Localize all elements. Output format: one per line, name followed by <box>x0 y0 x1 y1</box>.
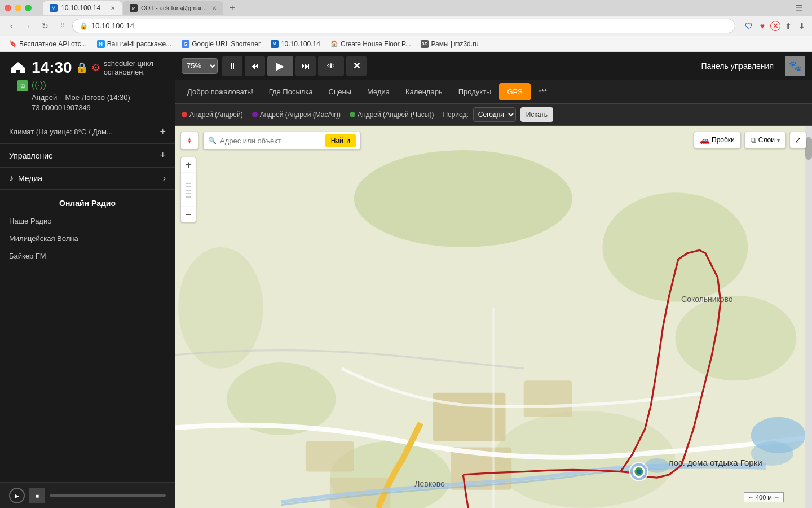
player-bar: ▶ ■ <box>0 483 175 508</box>
bookmark-google[interactable]: G Google URL Shortener <box>177 38 265 50</box>
address-text: 10.10.100.14 <box>91 21 134 30</box>
bookmark-api[interactable]: 🔖 Бесплатное API отс... <box>5 38 91 50</box>
refresh-button[interactable]: ↻ <box>38 19 52 33</box>
traffic-button[interactable]: 🚗 Пробки <box>694 132 741 148</box>
traffic-label: Пробки <box>712 136 735 144</box>
bookmark-label-5: Create House Floor P... <box>341 40 411 48</box>
location-line2: 73.000001907349 <box>32 103 91 112</box>
map-container[interactable]: пос. дома отдыха Горки Сокольниково Левк… <box>175 126 812 508</box>
shield-icon[interactable]: 🛡 <box>743 20 754 32</box>
back-button[interactable]: ‹ <box>5 19 18 33</box>
close-app-button[interactable]: ✕ <box>346 56 367 76</box>
radio-item-2[interactable]: Милицейская Волна <box>0 230 175 247</box>
browser-menu-icon[interactable]: ☰ <box>795 3 803 14</box>
bookmark-mz3d[interactable]: 3D Рамы | mz3d.ru <box>416 38 483 50</box>
climate-plus-icon[interactable]: + <box>160 126 166 138</box>
maximize-traffic-light[interactable] <box>25 5 32 11</box>
svg-point-2 <box>602 192 748 301</box>
media-row[interactable]: ♪ Медиа › <box>0 168 175 190</box>
zoom-tick-marks <box>180 173 196 207</box>
bookmark-house[interactable]: 🏠 Create House Floor P... <box>326 38 416 50</box>
sidebar-header: ⊞ 14:30 🔒 ⚙ scheduler циклостановлен. ((… <box>0 52 175 120</box>
tab-close-1[interactable]: ✕ <box>111 5 115 11</box>
gps-dot-red <box>182 112 187 117</box>
address-field[interactable]: 🔒 10.10.100.14 <box>72 19 735 33</box>
period-select[interactable]: Сегодня Вчера Неделя <box>473 107 516 122</box>
gps-dot-green <box>350 112 355 117</box>
climate-label: Климат (На улице: 8°С / Дом... <box>9 128 113 136</box>
play-main-button[interactable]: ▶ <box>267 56 293 76</box>
tab-scenes[interactable]: Сцены <box>321 83 359 100</box>
bookmark-icon-1: 🔖 <box>9 40 17 47</box>
skip-back-button[interactable]: ⏮ <box>245 56 265 76</box>
bookmark-label-2: Ваш wi-fi расскаже... <box>107 40 172 48</box>
traffic-icon: 🚗 <box>700 135 709 144</box>
tab-favicon-2: M <box>130 4 138 12</box>
period-label: Период: <box>443 111 468 119</box>
adblock-icon[interactable]: ✕ <box>770 21 780 31</box>
bookmark-wifi[interactable]: H Ваш wi-fi расскаже... <box>92 38 176 50</box>
skip-forward-button[interactable]: ⏭ <box>295 56 316 76</box>
bookmark-favicon-6: 3D <box>421 40 429 48</box>
control-plus-icon[interactable]: + <box>160 150 166 161</box>
bookmark-label-3: Google URL Shortener <box>192 40 261 48</box>
zoom-select[interactable]: 75% 100% 50% <box>182 58 218 74</box>
play-button[interactable]: ▶ <box>9 488 25 503</box>
svg-text:пос. дома отдыха Горки: пос. дома отдыха Горки <box>669 458 762 467</box>
gps-device-3[interactable]: Андрей (Андрей (Часы)) <box>350 111 434 119</box>
search-button[interactable]: Искать <box>520 107 553 122</box>
chevron-right-icon: › <box>163 173 166 183</box>
svg-point-20 <box>637 469 642 474</box>
tab-gps[interactable]: GPS <box>499 83 530 100</box>
stop-button[interactable]: ■ <box>29 488 45 503</box>
climate-row[interactable]: Климат (На улице: 8°С / Дом... + <box>0 120 175 144</box>
gps-device-2[interactable]: Андрей (Андрей (MacAir)) <box>252 111 341 119</box>
pause-button[interactable]: ⏸ <box>222 56 242 76</box>
tab-close-2[interactable]: ✕ <box>212 5 217 11</box>
home-button[interactable]: ⊞ <box>9 59 27 77</box>
tab-where-parcel[interactable]: Где Посылка <box>261 83 321 100</box>
bookmark-label-4: 10.10.100.14 <box>281 40 320 48</box>
layers-button[interactable]: ⧉ Слои ▾ <box>744 132 786 148</box>
tab-products[interactable]: Продукты <box>451 83 500 100</box>
gps-bar: Андрей (Андрей) Андрей (Андрей (MacAir))… <box>175 104 812 126</box>
find-button[interactable]: Найти <box>325 134 356 147</box>
eye-button[interactable]: 👁 <box>318 56 344 76</box>
tab-welcome[interactable]: Добро пожаловать! <box>179 83 261 100</box>
zoom-out-button[interactable]: − <box>180 207 196 222</box>
tab-title-2: COT - aek.fors@gmail.com -... <box>141 5 209 11</box>
share-icon[interactable]: ⬆ <box>783 20 794 32</box>
tab-2[interactable]: M COT - aek.fors@gmail.com -... ✕ <box>123 1 223 15</box>
apps-grid-button[interactable]: ⠿ <box>55 19 69 33</box>
tab-bar: M 10.10.100.14 ✕ M COT - aek.fors@gmail.… <box>36 1 791 15</box>
tab-favicon-1: M <box>50 4 58 12</box>
sidebar-info: 14:30 🔒 ⚙ scheduler циклостановлен. ((·)… <box>32 59 166 113</box>
minimize-traffic-light[interactable] <box>15 5 21 11</box>
radio-item-3[interactable]: Байкер FM <box>0 247 175 265</box>
radio-item-1[interactable]: Наше Радио <box>0 212 175 230</box>
fullscreen-button[interactable]: ⤢ <box>789 132 806 148</box>
zoom-in-button[interactable]: + <box>180 157 196 173</box>
compass-button[interactable] <box>180 132 198 150</box>
media-controls: ⏸ ⏮ ▶ ⏭ 👁 ✕ <box>222 56 367 76</box>
map-search-bar: 🔍 Найти <box>203 132 361 150</box>
scroll-bar[interactable] <box>805 126 812 508</box>
bookmark-favicon-2: H <box>97 40 105 48</box>
new-tab-button[interactable]: + <box>226 1 239 15</box>
forward-button[interactable]: › <box>21 19 35 33</box>
bookmark-ip[interactable]: M 10.10.100.14 <box>266 38 325 50</box>
title-bar: M 10.10.100.14 ✕ M COT - aek.fors@gmail.… <box>0 0 812 16</box>
close-traffic-light[interactable] <box>5 5 11 11</box>
progress-bar[interactable] <box>50 494 166 497</box>
tab-calendar[interactable]: Календарь <box>398 83 451 100</box>
control-row[interactable]: Управление + <box>0 144 175 168</box>
music-icon: ♪ <box>9 173 14 183</box>
gps-device-1[interactable]: Андрей (Андрей) <box>182 111 243 119</box>
tab-active[interactable]: M 10.10.100.14 ✕ <box>43 1 122 15</box>
map-search-input[interactable] <box>220 137 322 145</box>
heart-icon[interactable]: ♥ <box>757 20 768 32</box>
tab-media[interactable]: Медиа <box>359 83 398 100</box>
download-icon[interactable]: ⬇ <box>796 20 807 32</box>
tab-title-1: 10.10.100.14 <box>61 4 100 12</box>
tab-more[interactable]: *** <box>531 83 555 100</box>
